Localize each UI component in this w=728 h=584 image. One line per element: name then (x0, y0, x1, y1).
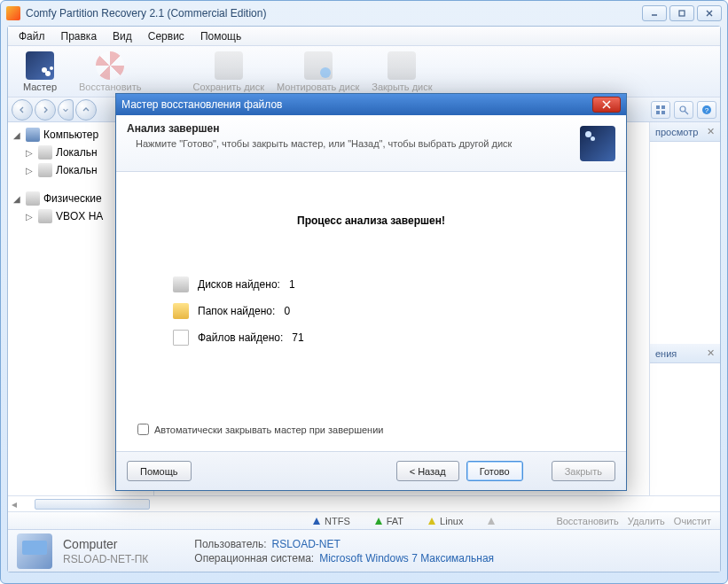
wizard-help-button[interactable]: Помощь (127, 461, 192, 481)
file-icon (173, 330, 189, 346)
scroll-thumb[interactable] (35, 499, 150, 510)
footer-hostname: RSLOAD-NET-ПК (63, 553, 148, 565)
computer-icon (26, 128, 40, 142)
stat-disks-value: 1 (289, 278, 295, 291)
filesystem-bar: NTFS FAT Linux Восстановить Удалить Очис… (8, 511, 720, 529)
horizontal-scrollbar[interactable]: ◂ (8, 495, 720, 511)
disk-play-icon (304, 51, 333, 80)
expand-icon: ▷ (26, 148, 35, 158)
menu-help[interactable]: Помощь (193, 28, 248, 44)
drive-icon (38, 145, 52, 160)
footer-user-value: RSLOAD-NET (272, 538, 341, 550)
nav-history-button[interactable] (58, 99, 74, 121)
drive-icon (26, 191, 40, 206)
svg-rect-1 (679, 11, 685, 16)
fs-ntfs: NTFS (301, 516, 363, 526)
footer-os-value: Microsoft Windows 7 Максимальная (319, 552, 494, 565)
menu-view[interactable]: Вид (106, 28, 139, 44)
close-button[interactable] (697, 5, 722, 21)
tree-item-label: VBOX HA (56, 210, 103, 222)
wizard-header: Анализ завершен Нажмите "Готово", чтобы … (116, 115, 626, 172)
disk-icon (173, 276, 189, 292)
wizard-done-message: Процесс анализа завершен! (137, 214, 605, 227)
mount-disk-button[interactable]: Монтировать диск (277, 51, 359, 92)
status-footer: Computer RSLOAD-NET-ПК Пользователь: RSL… (8, 529, 720, 572)
tree-item-label: Локальн (56, 146, 98, 159)
close-icon[interactable]: ✕ (707, 126, 715, 137)
wizard-button[interactable]: Мастер (13, 51, 67, 92)
nav-forward-button[interactable] (35, 99, 56, 121)
stat-files-value: 71 (292, 331, 303, 344)
wizard-body: Процесс анализа завершен! Дисков найдено… (116, 172, 626, 451)
maximize-button[interactable] (669, 5, 694, 21)
drive-icon (38, 163, 52, 177)
menu-edit[interactable]: Правка (54, 28, 105, 44)
minimize-button[interactable] (642, 5, 667, 21)
stat-files: Файлов найдено: 71 (173, 330, 605, 346)
preview-header: просмотр ✕ (650, 122, 720, 142)
info-label: ения (655, 348, 677, 359)
svg-rect-5 (661, 111, 665, 114)
stat-folders: Папок найдено: 0 (173, 303, 605, 319)
stat-disks-label: Дисков найдено: (198, 278, 280, 291)
menu-file[interactable]: Файл (12, 28, 52, 44)
right-panel: просмотр ✕ ения ✕ (649, 122, 720, 495)
wizard-titlebar: Мастер восстановления файлов (116, 94, 626, 115)
nav-back-button[interactable] (12, 99, 33, 121)
disk-close-icon (387, 51, 416, 80)
wizard-dialog: Мастер восстановления файлов Анализ заве… (115, 93, 627, 491)
svg-line-7 (685, 111, 689, 114)
save-disk-label: Сохранить диск (192, 82, 264, 92)
wizard-close-button[interactable] (592, 97, 621, 113)
fs-delete[interactable]: Удалить (628, 516, 665, 526)
wizard-footer: Помощь < Назад Готово Закрыть (116, 451, 626, 490)
fs-recover[interactable]: Восстановить (556, 516, 618, 526)
wizard-cancel-button: Закрыть (552, 461, 615, 481)
drive-icon (38, 209, 52, 223)
close-icon[interactable]: ✕ (707, 347, 715, 359)
wand-large-icon (580, 126, 615, 161)
collapse-icon: ◢ (13, 194, 22, 204)
close-disk-label: Закрыть диск (372, 82, 432, 92)
view-mode-button[interactable] (651, 101, 670, 119)
stat-folders-label: Папок найдено: (198, 305, 275, 317)
window-title: Comfy Partition Recovery 2.1 (Commercial… (26, 7, 642, 19)
computer-large-icon (17, 533, 52, 569)
fs-linux: Linux (416, 516, 475, 526)
preview-label: просмотр (655, 127, 698, 137)
svg-text:?: ? (705, 106, 709, 114)
app-window: Comfy Partition Recovery 2.1 (Commercial… (0, 0, 728, 584)
recover-button[interactable]: Восстановить (79, 51, 141, 92)
tree-physical-label: Физические (43, 192, 102, 205)
wizard-label: Мастер (23, 82, 57, 92)
close-disk-button[interactable]: Закрыть диск (372, 51, 432, 92)
help-button[interactable]: ? (697, 101, 716, 119)
lifebuoy-icon (96, 51, 124, 80)
footer-os-label: Операционная система: (194, 552, 314, 565)
find-button[interactable] (674, 101, 693, 119)
nav-up-button[interactable] (75, 99, 97, 121)
autoclose-input[interactable] (137, 424, 149, 435)
folder-icon (173, 303, 189, 319)
expand-icon: ▷ (26, 212, 35, 222)
footer-user-label: Пользователь: (194, 538, 266, 550)
save-disk-button[interactable]: Сохранить диск (192, 51, 264, 92)
fs-clear[interactable]: Очистит (674, 516, 711, 526)
tree-item-label: Локальн (56, 164, 98, 176)
titlebar: Comfy Partition Recovery 2.1 (Commercial… (1, 1, 727, 26)
stat-folders-value: 0 (284, 305, 290, 317)
fs-unknown (475, 518, 507, 525)
wand-icon (26, 51, 54, 80)
svg-rect-3 (661, 105, 665, 109)
wizard-finish-button[interactable]: Готово (466, 461, 523, 481)
autoclose-checkbox[interactable]: Автоматически закрывать мастер при завер… (137, 424, 605, 435)
wizard-title: Мастер восстановления файлов (121, 98, 282, 111)
wizard-back-button[interactable]: < Назад (396, 461, 459, 481)
expand-icon: ▷ (26, 166, 35, 175)
menu-service[interactable]: Сервис (141, 28, 192, 44)
wizard-header-subtitle: Нажмите "Готово", чтобы закрыть мастер, … (127, 138, 580, 149)
svg-rect-2 (656, 105, 660, 109)
footer-computer-label: Computer (63, 537, 117, 551)
mount-disk-label: Монтировать диск (277, 82, 359, 92)
svg-point-6 (680, 106, 685, 112)
